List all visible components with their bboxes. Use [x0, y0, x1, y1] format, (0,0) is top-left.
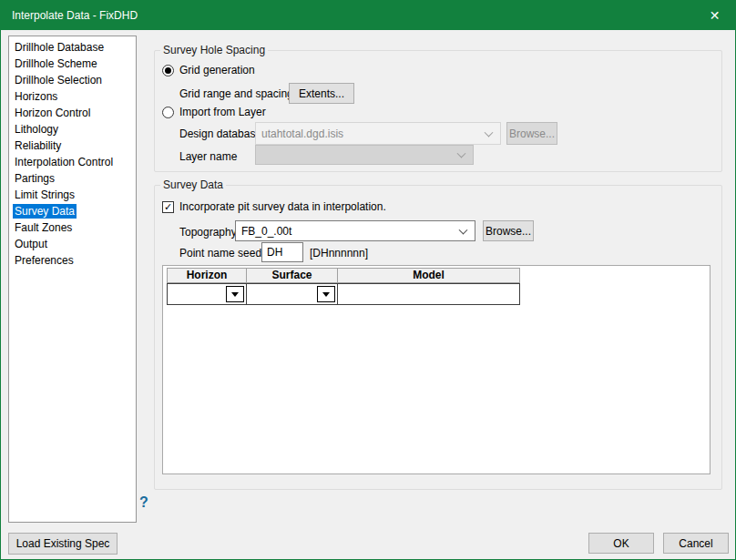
horizon-surface-model-table: Horizon Surface Model: [162, 265, 710, 474]
chevron-down-icon: [459, 225, 468, 234]
design-database-value: utahtotal.dgd.isis: [261, 127, 343, 140]
sidebar-item-lithology[interactable]: Lithology: [10, 121, 135, 137]
point-name-seed-label: Point name seed: [179, 247, 261, 260]
dropdown-arrow-icon: [322, 292, 330, 297]
table-row: [167, 283, 520, 305]
grid-generation-label: Grid generation: [179, 64, 255, 76]
survey-hole-spacing-group: Survey Hole Spacing Grid generation Grid…: [154, 50, 722, 172]
category-list: Drillhole Database Drillhole Scheme Dril…: [8, 36, 137, 523]
table-header-row: Horizon Surface Model: [167, 268, 520, 283]
horizon-dropdown-button[interactable]: [226, 286, 244, 302]
check-icon: ✓: [164, 202, 172, 212]
column-header-horizon: Horizon: [167, 268, 247, 283]
model-cell[interactable]: [338, 283, 520, 305]
design-database-select: utahtotal.dgd.isis: [255, 122, 501, 145]
topography-value: FB_0_.00t: [241, 225, 291, 238]
topography-select[interactable]: FB_0_.00t: [235, 220, 475, 241]
grid-generation-radio[interactable]: [162, 65, 174, 76]
window-title: Interpolate Data - FixDHD: [1, 9, 138, 22]
sidebar-item-horizons[interactable]: Horizons: [10, 88, 135, 105]
title-bar: Interpolate Data - FixDHD ✕: [1, 1, 735, 30]
sidebar-item-horizon-control[interactable]: Horizon Control: [10, 105, 135, 121]
cancel-button[interactable]: Cancel: [663, 533, 729, 554]
surface-dropdown-button[interactable]: [317, 286, 335, 302]
help-icon[interactable]: ?: [139, 494, 148, 511]
chevron-down-icon: [485, 127, 494, 137]
sidebar-item-drillhole-database[interactable]: Drillhole Database: [10, 39, 135, 56]
topography-label: Topography: [179, 226, 237, 239]
point-name-format-hint: [DHnnnnnn]: [310, 247, 368, 260]
ok-button[interactable]: OK: [588, 533, 654, 554]
horizon-cell[interactable]: [167, 283, 247, 305]
grid-range-label: Grid range and spacing: [179, 87, 293, 100]
survey-data-group: Survey Data ✓ Incorporate pit survey dat…: [154, 185, 722, 490]
design-browse-button: Browse...: [506, 122, 557, 145]
import-from-layer-radio[interactable]: [162, 107, 174, 118]
import-from-layer-label: Import from Layer: [179, 106, 266, 118]
extents-button[interactable]: Extents...: [289, 83, 354, 104]
incorporate-checkbox[interactable]: ✓: [162, 201, 174, 213]
layer-name-select: [255, 145, 474, 165]
group-title: Survey Data: [160, 178, 226, 191]
sidebar-item-survey-data[interactable]: Survey Data: [10, 203, 135, 219]
design-database-label: Design database: [179, 127, 261, 140]
chevron-down-icon: [457, 149, 466, 158]
sidebar-item-preferences[interactable]: Preferences: [10, 252, 135, 269]
close-icon[interactable]: ✕: [694, 1, 735, 30]
sidebar-item-drillhole-scheme[interactable]: Drillhole Scheme: [10, 56, 135, 72]
incorporate-label: Incorporate pit survey data in interpola…: [179, 200, 386, 213]
topography-browse-button[interactable]: Browse...: [483, 220, 534, 241]
sidebar-item-output[interactable]: Output: [10, 236, 135, 252]
sidebar-item-interpolation-control[interactable]: Interpolation Control: [10, 154, 135, 170]
column-header-surface: Surface: [247, 268, 338, 283]
surface-cell[interactable]: [247, 283, 338, 305]
dropdown-arrow-icon: [231, 292, 239, 297]
layer-name-label: Layer name: [179, 150, 237, 163]
sidebar-item-reliability[interactable]: Reliability: [10, 137, 135, 154]
sidebar-item-partings[interactable]: Partings: [10, 170, 135, 187]
sidebar-item-limit-strings[interactable]: Limit Strings: [10, 187, 135, 203]
group-title: Survey Hole Spacing: [160, 44, 268, 56]
sidebar-item-drillhole-selection[interactable]: Drillhole Selection: [10, 72, 135, 88]
interpolate-data-dialog: Interpolate Data - FixDHD ✕ Drillhole Da…: [0, 0, 736, 560]
column-header-model: Model: [338, 268, 520, 283]
sidebar-item-fault-zones[interactable]: Fault Zones: [10, 219, 135, 236]
point-name-seed-input[interactable]: [261, 242, 303, 262]
load-existing-spec-button[interactable]: Load Existing Spec: [8, 533, 118, 555]
